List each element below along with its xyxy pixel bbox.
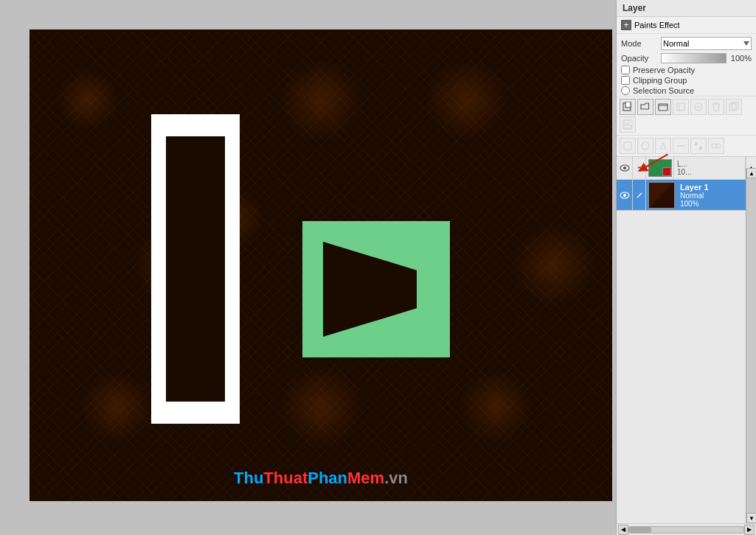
opacity-row: Opacity 100%: [617, 52, 756, 65]
vscroll-track: [746, 178, 756, 513]
icon-btn-e2[interactable]: [637, 138, 653, 154]
save-layer-btn[interactable]: [620, 116, 636, 133]
new-group-icon-btn[interactable]: [637, 99, 653, 115]
white-rect: [151, 114, 240, 424]
icon-btn-e5[interactable]: [690, 138, 707, 154]
paints-effect-plus-icon[interactable]: +: [621, 20, 631, 30]
svg-rect-11: [624, 125, 631, 128]
svg-rect-12: [624, 142, 631, 150]
hscroll-right-btn[interactable]: ▶: [744, 525, 755, 535]
clipping-group-label: Clipping Group: [633, 76, 687, 85]
icon-btn-e1[interactable]: [620, 138, 636, 154]
svg-rect-2: [659, 104, 667, 111]
paints-effect-label: Paints Effect: [634, 21, 680, 29]
layer-panel: Layer + Paints Effect Mode Normal Multip…: [616, 0, 756, 535]
opacity-slider[interactable]: [661, 53, 726, 63]
clipping-group-row: Clipping Group: [617, 75, 756, 85]
svg-point-13: [642, 142, 649, 150]
canvas-area: ThuThuatPhanMem.vn: [30, 29, 612, 501]
opacity-value: 100%: [729, 54, 752, 63]
hscroll-left-btn[interactable]: ◀: [618, 525, 628, 535]
layer-link-btn-1[interactable]: [633, 180, 646, 211]
svg-point-22: [623, 194, 626, 197]
layer-thumb-1: [648, 182, 675, 209]
copy-layer-btn[interactable]: [726, 99, 742, 115]
new-folder-icon-btn[interactable]: [655, 99, 671, 115]
mode-select[interactable]: Normal Multiply Screen Overlay: [661, 37, 752, 50]
white-rect-inner: [166, 136, 225, 402]
icon-btn-d1[interactable]: [673, 99, 689, 115]
layer-opacity-1: 100%: [680, 200, 753, 208]
paints-effect-row[interactable]: + Paints Effect: [617, 17, 756, 34]
icon-btn-d2[interactable]: [690, 99, 707, 115]
watermark: ThuThuatPhanMem.vn: [234, 469, 408, 488]
layer-icons-bottom-row: [617, 135, 756, 156]
hscroll-thumb: [629, 527, 651, 533]
svg-rect-8: [732, 102, 738, 109]
selection-source-radio[interactable]: [621, 86, 630, 95]
mode-label: Mode: [621, 39, 658, 48]
panel-vscrollbar: ▲ ▼: [746, 168, 756, 523]
layer-info-1: Layer 1 Normal 100%: [677, 181, 756, 209]
svg-point-20: [623, 167, 626, 169]
green-shape: [302, 221, 450, 357]
layer-visibility-btn-1[interactable]: [617, 180, 633, 211]
watermark-thu: Thu: [234, 469, 263, 487]
preserve-opacity-checkbox[interactable]: [621, 66, 630, 74]
preserve-opacity-label: Preserve Opacity: [633, 66, 695, 74]
header-thumb: [646, 157, 674, 179]
hscroll-track: [628, 526, 744, 534]
svg-rect-3: [677, 103, 684, 111]
header-info: L... 10...: [674, 157, 746, 179]
clipping-group-checkbox[interactable]: [621, 76, 630, 85]
layer-row-1[interactable]: Layer 1 Normal 100%: [617, 180, 756, 211]
watermark-mem: Mem: [347, 469, 384, 487]
vscroll-down-btn[interactable]: ▼: [746, 513, 756, 523]
svg-rect-10: [625, 120, 629, 124]
watermark-phan: Phan: [308, 469, 347, 487]
vscroll-up-btn[interactable]: ▲: [746, 168, 756, 178]
layer-mode-1: Normal: [680, 192, 753, 200]
svg-point-18: [716, 144, 721, 148]
icon-btn-e4[interactable]: [673, 138, 689, 154]
mode-row: Mode Normal Multiply Screen Overlay: [617, 35, 756, 52]
selection-source-row: Selection Source: [617, 85, 756, 96]
layer-list: Layer 1 Normal 100%: [617, 180, 756, 535]
opacity-label: Opacity: [621, 54, 658, 63]
svg-rect-16: [699, 147, 702, 150]
svg-point-17: [712, 144, 716, 148]
icon-btn-e6[interactable]: [708, 138, 724, 154]
layer-list-header: L... 10... ▲: [617, 156, 756, 180]
watermark-thuat: Thuat: [263, 469, 308, 487]
preserve-opacity-row: Preserve Opacity: [617, 65, 756, 75]
watermark-vn: .vn: [384, 469, 408, 487]
layer-name-1: Layer 1: [680, 183, 753, 192]
selection-source-label: Selection Source: [633, 86, 694, 95]
new-layer-icon-btn[interactable]: [620, 99, 636, 115]
layer-icons-top-row: [617, 96, 756, 135]
svg-rect-1: [625, 102, 631, 108]
panel-hscrollbar: ◀ ▶: [617, 523, 756, 535]
icon-btn-e3[interactable]: [655, 138, 671, 154]
delete-layer-btn[interactable]: [708, 99, 724, 115]
panel-title: Layer: [617, 0, 756, 17]
svg-rect-7: [729, 104, 736, 111]
svg-rect-15: [695, 142, 698, 145]
header-link: [633, 157, 646, 179]
header-visibility: [617, 157, 633, 179]
